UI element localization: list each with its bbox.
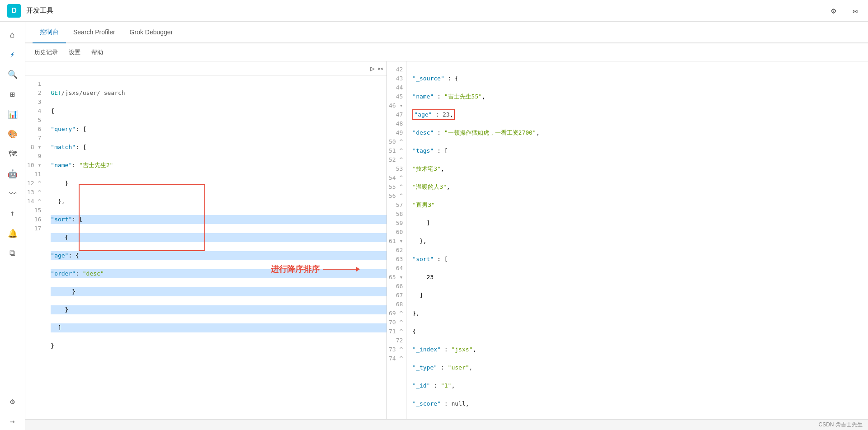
out-line-48: "温暖的人3", (412, 182, 868, 192)
editor-toolbar: ▷ ⑅ (25, 61, 387, 76)
sidebar-item-index[interactable]: ⧉ (4, 244, 22, 262)
sidebar-item-discover[interactable]: 🔍 (4, 65, 22, 83)
code-line-4: "match": { (51, 143, 387, 152)
code-line-16 (51, 360, 387, 369)
out-line-47: "技术宅3", (412, 164, 868, 173)
code-content[interactable]: GET /jsxs/user/_search { "query": { "mat… (45, 76, 387, 408)
out-line-58: "_type" : "user", (412, 363, 868, 372)
sidebar-item-logs[interactable]: 〰 (4, 184, 22, 202)
sidebar-item-dashboard[interactable]: ⊞ (4, 85, 22, 103)
output-code: 42 43 44 45 46 ▾ 47 48 49 50 ^ 51 ^ 52 ^… (387, 61, 868, 419)
code-line-7: }, (51, 197, 387, 206)
out-line-56: { (412, 327, 868, 336)
out-line-53: 23 (412, 273, 868, 282)
out-line-44: "age" : 23, (412, 110, 868, 119)
code-line-14: ] (51, 323, 387, 332)
toolbar: 历史记录 设置 帮助 (25, 43, 868, 61)
settings-button[interactable]: 设置 (67, 47, 82, 58)
sidebar-item-arrow[interactable]: → (4, 412, 22, 430)
tab-console[interactable]: 控制台 (33, 22, 66, 43)
footer: CSDN @吉士先生 (25, 419, 868, 430)
out-line-55: }, (412, 309, 868, 318)
code-line-13: } (51, 305, 387, 314)
sidebar-item-settings[interactable]: ⚙ (4, 392, 22, 410)
code-line-8: "sort": [ (51, 215, 387, 224)
tab-grok-debugger[interactable]: Grok Debugger (123, 22, 180, 43)
settings-icon[interactable]: ⚙ (828, 5, 839, 16)
sidebar-item-visualize[interactable]: 📊 (4, 105, 22, 123)
out-line-57: "_index" : "jsxs", (412, 345, 868, 354)
code-line-10: "age": { (51, 251, 387, 260)
out-line-59: "_id" : "1", (412, 381, 868, 390)
copy-button[interactable]: ⑅ (378, 64, 383, 73)
out-line-42: "_source" : { (412, 74, 868, 83)
out-line-46: "tags" : [ (412, 146, 868, 155)
tab-bar: 控制台 Search Profiler Grok Debugger (25, 22, 868, 43)
code-line-17 (51, 378, 387, 387)
out-line-60: "_score" : null, (412, 399, 868, 408)
app-logo: D (7, 4, 21, 18)
annotation: 进行降序排序 (271, 264, 359, 275)
sidebar-item-apm[interactable]: ⬆ (4, 204, 22, 222)
content-area: 控制台 Search Profiler Grok Debugger 历史记录 设… (25, 22, 868, 430)
code-line-3: "query": { (51, 125, 387, 134)
code-editor[interactable]: 1 2 3 4 5 6 7 8 ▾ 9 10 ▾ 11 12 ^ (25, 76, 387, 419)
code-line-2: { (51, 107, 387, 116)
code-line-15: } (51, 341, 387, 351)
editor-panel: ▷ ⑅ 1 2 3 4 5 6 7 8 ▾ (25, 61, 387, 419)
output-line-numbers: 42 43 44 45 46 ▾ 47 48 49 50 ^ 51 ^ 52 ^… (387, 61, 407, 419)
out-line-50: ] (412, 219, 868, 228)
sidebar-item-dev[interactable]: ⚡ (4, 45, 22, 63)
annotation-text: 进行降序排序 (271, 264, 320, 275)
out-line-49: "直男3" (412, 201, 868, 210)
annotation-arrow (323, 269, 359, 270)
code-line-1: GET /jsxs/user/_search (51, 89, 387, 98)
line-numbers: 1 2 3 4 5 6 7 8 ▾ 9 10 ▾ 11 12 ^ (25, 76, 45, 408)
code-line-6: } (51, 179, 387, 188)
sidebar-item-ml[interactable]: 🤖 (4, 164, 22, 182)
main-layout: ⌂ ⚡ 🔍 ⊞ 📊 🎨 🗺 🤖 〰 ⬆ 🔔 ⧉ ⚙ → 控制台 Search P… (0, 22, 868, 430)
sidebar-item-uptime[interactable]: 🔔 (4, 224, 22, 242)
run-button[interactable]: ▷ (370, 64, 375, 73)
output-content: "_source" : { "name" : "吉士先生55", "age" :… (407, 61, 868, 419)
out-line-43: "name" : "吉士先生55", (412, 92, 868, 101)
app-title: 开发工具 (26, 6, 53, 15)
footer-credit: CSDN @吉士先生 (818, 421, 863, 429)
out-line-51: }, (412, 237, 868, 246)
code-line-9: { (51, 233, 387, 242)
top-header: D 开发工具 ⚙ ✉ (0, 0, 868, 22)
out-line-45: "desc" : "一顿操作猛如虎，一看工资2700", (412, 128, 868, 137)
code-line-12: } (51, 287, 387, 296)
editor-output-split: ▷ ⑅ 1 2 3 4 5 6 7 8 ▾ (25, 61, 868, 419)
sidebar: ⌂ ⚡ 🔍 ⊞ 📊 🎨 🗺 🤖 〰 ⬆ 🔔 ⧉ ⚙ → (0, 22, 25, 430)
tab-search-profiler[interactable]: Search Profiler (66, 22, 123, 43)
code-line-5: "name": "吉士先生2" (51, 161, 387, 170)
sidebar-item-maps[interactable]: 🗺 (4, 145, 22, 163)
sidebar-item-canvas[interactable]: 🎨 (4, 125, 22, 143)
mail-icon[interactable]: ✉ (850, 5, 861, 16)
output-panel: 42 43 44 45 46 ▾ 47 48 49 50 ^ 51 ^ 52 ^… (387, 61, 868, 419)
out-line-52: "sort" : [ (412, 255, 868, 264)
history-button[interactable]: 历史记录 (33, 47, 60, 58)
help-button[interactable]: 帮助 (90, 47, 105, 58)
out-line-54: ] (412, 291, 868, 300)
sidebar-item-home[interactable]: ⌂ (4, 25, 22, 43)
